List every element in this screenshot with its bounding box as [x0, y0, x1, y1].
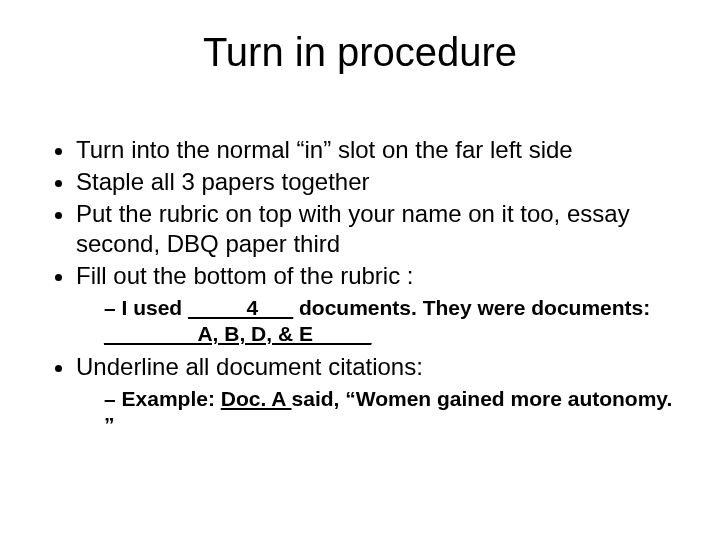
- bullet-item: Put the rubric on top with your name on …: [76, 199, 680, 259]
- sub-list: I used _____4___ documents. They were do…: [76, 295, 680, 348]
- bullet-text: Fill out the bottom of the rubric :: [76, 262, 414, 289]
- slide: Turn in procedure Turn into the normal “…: [0, 0, 720, 540]
- sub-item: I used _____4___ documents. They were do…: [104, 295, 680, 348]
- bullet-item: Fill out the bottom of the rubric : I us…: [76, 261, 680, 348]
- sub-list: Example: Doc. A said, “Women gained more…: [76, 386, 680, 439]
- bullet-item: Turn into the normal “in” slot on the fa…: [76, 135, 680, 165]
- bullet-list: Turn into the normal “in” slot on the fa…: [40, 135, 680, 438]
- blank-underline: ________A, B, D, & E_____: [104, 322, 371, 345]
- sub-item: Example: Doc. A said, “Women gained more…: [104, 386, 680, 439]
- bullet-item: Staple all 3 papers together: [76, 167, 680, 197]
- sub-text: Example:: [122, 387, 221, 410]
- bullet-text: Underline all document citations:: [76, 353, 423, 380]
- sub-text: documents. They were documents:: [293, 296, 650, 319]
- sub-text: I used: [122, 296, 189, 319]
- slide-title: Turn in procedure: [40, 30, 680, 75]
- blank-underline: _____4___: [188, 296, 293, 319]
- bullet-item: Underline all document citations: Exampl…: [76, 352, 680, 439]
- doc-citation-underline: Doc. A: [221, 387, 292, 410]
